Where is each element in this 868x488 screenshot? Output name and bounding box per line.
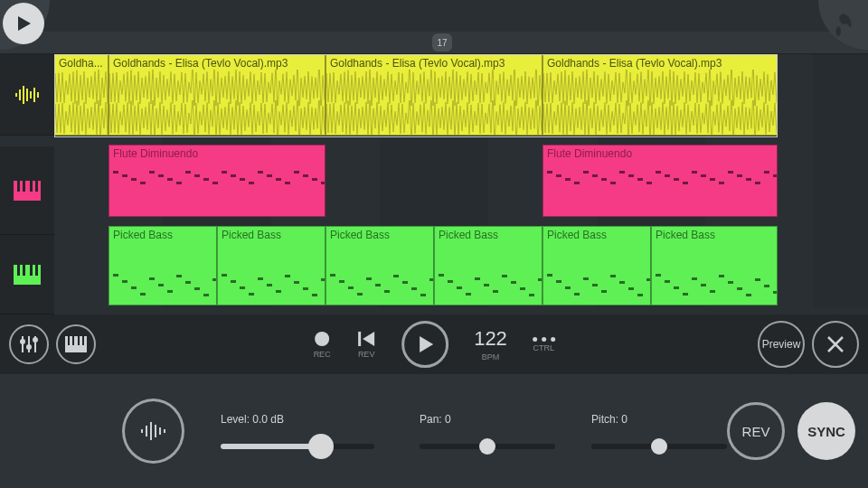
midi-notes — [113, 247, 212, 299]
mixer-button[interactable] — [9, 324, 49, 364]
bar-number: 17 — [437, 38, 447, 48]
clip-label: Flute Diminuendo — [113, 147, 321, 160]
svg-rect-25 — [68, 336, 70, 345]
clip[interactable]: Picked Bass — [651, 226, 778, 305]
svg-marker-0 — [18, 16, 31, 31]
track-lane-3[interactable]: Picked BassPicked BassPicked BassPicked … — [54, 226, 868, 305]
piano-icon — [14, 265, 41, 285]
play-button-top[interactable] — [3, 3, 44, 44]
piano-icon — [65, 336, 87, 352]
svg-point-29 — [315, 332, 329, 346]
svg-rect-26 — [72, 336, 74, 345]
midi-notes — [113, 165, 321, 211]
clip-label: Picked Bass — [330, 229, 429, 241]
waveform-icon — [14, 84, 41, 106]
svg-point-23 — [33, 338, 37, 342]
selection-outline — [54, 54, 778, 137]
rewind-button[interactable]: REV — [356, 330, 376, 359]
track-header-1[interactable] — [0, 54, 54, 136]
fl-logo-icon — [829, 12, 856, 39]
midi-notes — [222, 247, 321, 299]
clip-label: Flute Diminuendo — [547, 147, 773, 160]
clip[interactable]: Picked Bass — [217, 226, 326, 305]
preview-label: Preview — [762, 338, 801, 351]
sync-label: SYNC — [807, 424, 845, 439]
sync-button[interactable]: SYNC — [797, 402, 855, 460]
bpm-label: BPM — [482, 352, 500, 361]
clip[interactable]: Picked Bass — [434, 226, 542, 305]
close-button[interactable] — [812, 321, 859, 368]
bpm-value: 122 — [474, 327, 507, 351]
playhead-marker[interactable]: 17 — [432, 33, 452, 52]
rev-label: REV — [742, 424, 770, 439]
clip-label: Picked Bass — [113, 229, 212, 241]
svg-rect-27 — [78, 336, 80, 345]
clip-label: Picked Bass — [222, 229, 321, 241]
level-label: Level: 0.0 dB — [221, 413, 374, 426]
clip[interactable]: Picked Bass — [542, 226, 651, 305]
svg-marker-32 — [420, 336, 433, 352]
clip[interactable]: Flute Diminuendo — [542, 145, 778, 217]
clip[interactable]: Flute Diminuendo — [108, 145, 326, 217]
skip-start-icon — [356, 330, 376, 348]
ctrl-button[interactable]: CTRL — [533, 337, 555, 352]
track-header-2[interactable] — [0, 146, 54, 235]
more-icon — [533, 337, 555, 342]
timeline[interactable]: Goldha...Goldhands - Elisa (Tevlo Vocal)… — [54, 54, 868, 307]
play-button[interactable] — [401, 321, 448, 368]
play-icon — [14, 14, 33, 33]
record-icon — [313, 330, 331, 348]
record-button[interactable]: REC — [313, 330, 331, 359]
waveform-icon — [139, 419, 168, 443]
svg-rect-12 — [35, 181, 38, 192]
close-icon — [826, 334, 845, 354]
svg-rect-10 — [23, 181, 25, 192]
ctrl-label: CTRL — [533, 343, 555, 352]
svg-rect-28 — [82, 336, 84, 345]
svg-point-19 — [21, 340, 24, 343]
midi-notes — [547, 165, 773, 211]
bpm-button[interactable]: 122 BPM — [474, 327, 507, 361]
rev-button[interactable]: REV — [727, 402, 785, 460]
midi-notes — [330, 247, 429, 299]
svg-rect-11 — [30, 181, 33, 192]
pan-slider[interactable] — [420, 444, 555, 449]
sliders-icon — [19, 334, 39, 354]
svg-rect-14 — [17, 265, 20, 276]
svg-rect-15 — [23, 265, 25, 276]
midi-notes — [656, 247, 773, 299]
pitch-label: Pitch: 0 — [591, 413, 727, 426]
midi-notes — [439, 247, 538, 299]
pan-label: Pan: 0 — [420, 413, 555, 426]
svg-rect-17 — [35, 265, 38, 276]
track-lane-2[interactable]: Flute DiminuendoFlute Diminuendo — [54, 145, 868, 217]
svg-rect-16 — [30, 265, 33, 276]
rec-label: REC — [314, 350, 331, 359]
clip-properties-panel: Level: 0.0 dB Pan: 0 Pitch: 0 REV SYNC — [0, 374, 868, 488]
svg-point-21 — [27, 345, 31, 349]
midi-notes — [547, 247, 646, 299]
clip[interactable]: Picked Bass — [108, 226, 217, 305]
timeline-ruler[interactable]: 17 — [0, 32, 868, 54]
sample-preview-button[interactable] — [122, 399, 184, 464]
track-headers — [0, 54, 54, 314]
svg-marker-31 — [363, 332, 374, 346]
rev-label: REV — [358, 350, 375, 359]
svg-rect-9 — [17, 181, 20, 192]
pitch-slider[interactable] — [591, 444, 727, 449]
clip-label: Picked Bass — [656, 229, 773, 241]
play-icon — [415, 334, 435, 354]
svg-rect-30 — [358, 332, 361, 346]
track-header-3[interactable] — [0, 235, 54, 314]
piano-roll-button[interactable] — [56, 324, 96, 364]
transport-bar: REC REV 122 BPM CTRL Preview — [0, 314, 868, 374]
clip-label: Picked Bass — [547, 229, 646, 241]
piano-icon — [14, 181, 41, 201]
clip[interactable]: Picked Bass — [326, 226, 434, 305]
preview-button[interactable]: Preview — [758, 321, 805, 368]
clip-label: Picked Bass — [439, 229, 538, 241]
level-slider[interactable] — [221, 444, 374, 449]
